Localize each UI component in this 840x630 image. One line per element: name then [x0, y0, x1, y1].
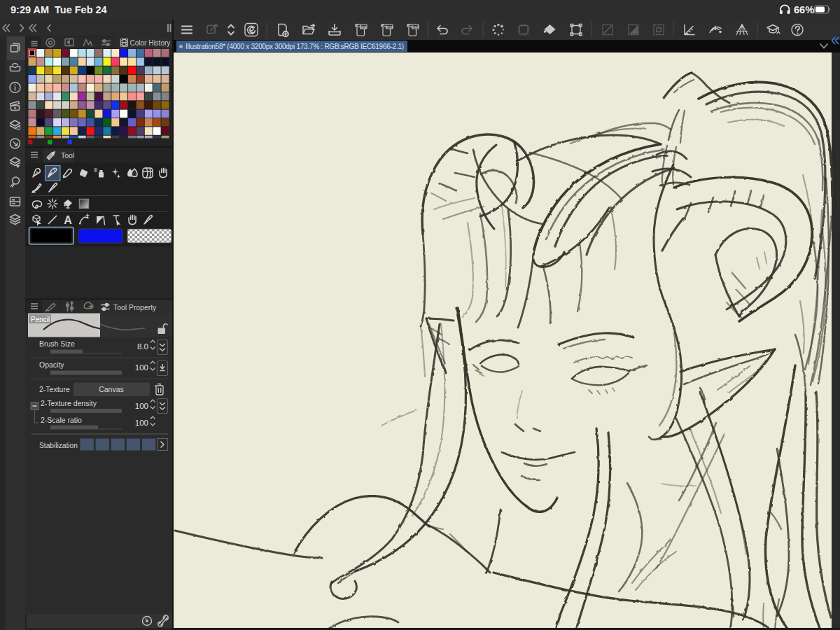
svg-text:Stabilization: Stabilization: [39, 442, 78, 449]
svg-text:Tool Property: Tool Property: [113, 304, 157, 312]
svg-text:Brush Size: Brush Size: [39, 340, 75, 348]
svg-text:A: A: [64, 214, 72, 226]
svg-text:Color History: Color History: [130, 39, 171, 47]
svg-text:png: png: [386, 24, 393, 29]
svg-text:Opacity: Opacity: [39, 360, 64, 369]
svg-text:8.0: 8.0: [137, 342, 148, 351]
svg-text:100: 100: [135, 402, 148, 410]
svg-text:jpg: jpg: [360, 24, 367, 29]
svg-text:100: 100: [135, 363, 148, 372]
svg-text:2-Scale ratio: 2-Scale ratio: [41, 416, 82, 424]
svg-text:Tool: Tool: [61, 151, 74, 160]
svg-text:psd: psd: [412, 24, 419, 29]
svg-text:Pencil: Pencil: [31, 316, 50, 323]
svg-text:Canvas: Canvas: [99, 385, 124, 393]
svg-text:2-Texture density: 2-Texture density: [41, 399, 97, 407]
svg-text:2-Texture: 2-Texture: [39, 385, 70, 393]
svg-text:100: 100: [135, 419, 148, 427]
